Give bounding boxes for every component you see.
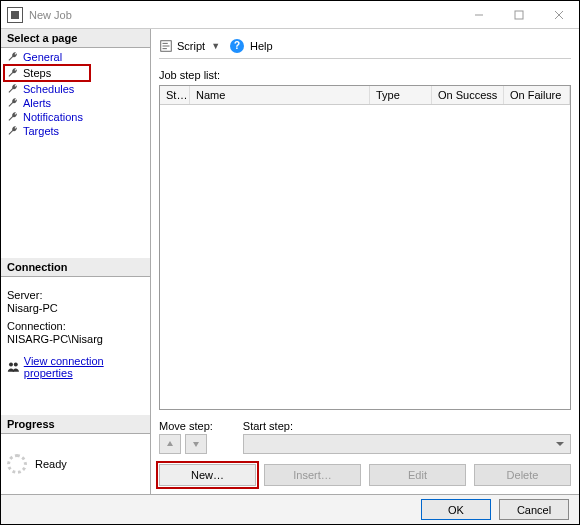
svg-rect-1 <box>515 11 523 19</box>
job-step-list[interactable]: St… Name Type On Success On Failure <box>159 85 571 410</box>
select-page-header: Select a page <box>1 29 150 48</box>
connection-header: Connection <box>1 258 150 277</box>
nav-label: Targets <box>23 125 59 137</box>
svg-point-4 <box>9 363 13 367</box>
help-button[interactable]: Help <box>250 40 273 52</box>
script-icon <box>159 39 173 53</box>
right-panel: Script ▼ ? Help Job step list: St… Name … <box>151 29 579 494</box>
nav-steps[interactable]: Steps <box>3 64 91 82</box>
new-button[interactable]: New… <box>159 464 256 486</box>
nav-label: General <box>23 51 62 63</box>
wrench-icon <box>7 125 19 137</box>
nav-notifications[interactable]: Notifications <box>5 110 146 124</box>
arrow-down-icon <box>191 439 201 449</box>
server-label: Server: <box>7 289 144 301</box>
wrench-icon <box>7 83 19 95</box>
nav-alerts[interactable]: Alerts <box>5 96 146 110</box>
app-icon <box>7 7 23 23</box>
connection-block: Server: Nisarg-PC Connection: NISARG-PC\… <box>1 277 150 385</box>
nav-general[interactable]: General <box>5 50 146 64</box>
arrow-up-icon <box>165 439 175 449</box>
delete-button: Delete <box>474 464 571 486</box>
page-nav-list: General Steps Schedules Alerts Notificat… <box>1 48 150 140</box>
col-type[interactable]: Type <box>370 86 432 104</box>
ok-button[interactable]: OK <box>421 499 491 520</box>
nav-schedules[interactable]: Schedules <box>5 82 146 96</box>
script-button[interactable]: Script <box>177 40 205 52</box>
col-on-success[interactable]: On Success <box>432 86 504 104</box>
window-title: New Job <box>29 9 459 21</box>
footer: OK Cancel <box>1 494 579 524</box>
svg-point-5 <box>14 363 18 367</box>
wrench-icon <box>7 111 19 123</box>
move-up-button[interactable] <box>159 434 181 454</box>
nav-label: Schedules <box>23 83 74 95</box>
left-panel: Select a page General Steps Schedules Al… <box>1 29 151 494</box>
help-icon: ? <box>230 39 244 53</box>
start-step-label: Start step: <box>243 420 571 432</box>
minimize-button[interactable] <box>459 1 499 29</box>
start-step-select[interactable] <box>243 434 571 454</box>
progress-header: Progress <box>1 415 150 434</box>
connection-label: Connection: <box>7 320 144 332</box>
view-connection-properties-link[interactable]: View connection properties <box>24 355 144 379</box>
wrench-icon <box>7 51 19 63</box>
wrench-icon <box>7 67 19 79</box>
wrench-icon <box>7 97 19 109</box>
maximize-button[interactable] <box>499 1 539 29</box>
script-dropdown[interactable]: ▼ <box>211 41 220 51</box>
edit-button: Edit <box>369 464 466 486</box>
spinner-icon <box>7 454 27 474</box>
nav-label: Alerts <box>23 97 51 109</box>
progress-status: Ready <box>35 458 67 470</box>
move-step-label: Move step: <box>159 420 213 432</box>
close-button[interactable] <box>539 1 579 29</box>
move-down-button[interactable] <box>185 434 207 454</box>
insert-button: Insert… <box>264 464 361 486</box>
toolbar: Script ▼ ? Help <box>159 33 571 59</box>
people-icon <box>7 360 20 374</box>
col-on-failure[interactable]: On Failure <box>504 86 570 104</box>
col-name[interactable]: Name <box>190 86 370 104</box>
server-value: Nisarg-PC <box>7 302 144 314</box>
nav-label: Steps <box>23 67 51 79</box>
cancel-button[interactable]: Cancel <box>499 499 569 520</box>
list-header: St… Name Type On Success On Failure <box>160 86 570 105</box>
job-step-list-label: Job step list: <box>159 69 571 81</box>
col-st[interactable]: St… <box>160 86 190 104</box>
progress-block: Ready <box>1 434 150 494</box>
nav-targets[interactable]: Targets <box>5 124 146 138</box>
connection-value: NISARG-PC\Nisarg <box>7 333 144 345</box>
titlebar: New Job <box>1 1 579 29</box>
nav-label: Notifications <box>23 111 83 123</box>
